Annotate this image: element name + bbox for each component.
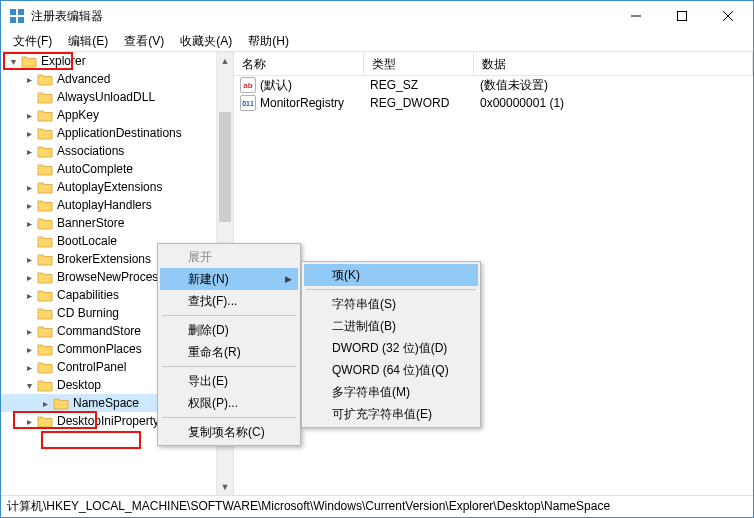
folder-icon <box>53 396 69 410</box>
list-row[interactable]: 011MonitorRegistryREG_DWORD0x00000001 (1… <box>234 94 753 112</box>
ctx-new[interactable]: 新建(N)▶ <box>160 268 298 290</box>
expand-toggle-icon[interactable]: ▾ <box>23 380 35 391</box>
list-header: 名称 类型 数据 <box>234 52 753 76</box>
menubar: 文件(F) 编辑(E) 查看(V) 收藏夹(A) 帮助(H) <box>1 31 753 51</box>
expand-toggle-icon[interactable]: ▸ <box>23 344 35 355</box>
expand-toggle-icon[interactable] <box>23 92 35 103</box>
tree-item[interactable]: ▾Explorer <box>1 52 233 70</box>
tree-item-label: AutoplayExtensions <box>57 180 162 194</box>
close-button[interactable] <box>705 1 751 31</box>
tree-item-label: Capabilities <box>57 288 119 302</box>
tree-item-label: BrowseNewProcess <box>57 270 164 284</box>
minimize-button[interactable] <box>613 1 659 31</box>
tree-item-label: Desktop <box>57 378 101 392</box>
tree-item[interactable]: ▸AutoplayHandlers <box>1 196 233 214</box>
menu-favorites[interactable]: 收藏夹(A) <box>172 31 240 52</box>
expand-toggle-icon[interactable]: ▸ <box>23 362 35 373</box>
ctx-find[interactable]: 查找(F)... <box>160 290 298 312</box>
ctx-expand[interactable]: 展开 <box>160 246 298 268</box>
svg-rect-5 <box>678 12 687 21</box>
svg-rect-1 <box>18 9 24 15</box>
highlight-namespace <box>41 431 141 449</box>
value-name: MonitorRegistry <box>260 96 344 110</box>
expand-toggle-icon[interactable]: ▾ <box>7 56 19 67</box>
ctx-rename[interactable]: 重命名(R) <box>160 341 298 363</box>
ctx-new-string[interactable]: 字符串值(S) <box>304 293 478 315</box>
tree-item-label: Associations <box>57 144 124 158</box>
menu-help[interactable]: 帮助(H) <box>240 31 297 52</box>
expand-toggle-icon[interactable]: ▸ <box>23 200 35 211</box>
expand-toggle-icon[interactable]: ▸ <box>23 326 35 337</box>
folder-icon <box>37 108 53 122</box>
tree-item[interactable]: ▸Advanced <box>1 70 233 88</box>
titlebar: 注册表编辑器 <box>1 1 753 31</box>
expand-toggle-icon[interactable]: ▸ <box>23 146 35 157</box>
folder-icon <box>37 324 53 338</box>
expand-toggle-icon[interactable]: ▸ <box>23 218 35 229</box>
tree-item-label: CommonPlaces <box>57 342 142 356</box>
column-data[interactable]: 数据 <box>474 52 753 75</box>
ctx-new-expandstring[interactable]: 可扩充字符串值(E) <box>304 403 478 425</box>
folder-icon <box>37 180 53 194</box>
column-type[interactable]: 类型 <box>364 52 474 75</box>
ctx-new-dword[interactable]: DWORD (32 位)值(D) <box>304 337 478 359</box>
ctx-new-qword[interactable]: QWORD (64 位)值(Q) <box>304 359 478 381</box>
folder-icon <box>37 216 53 230</box>
separator <box>162 315 296 316</box>
maximize-button[interactable] <box>659 1 705 31</box>
scroll-up-icon[interactable]: ▲ <box>217 52 233 69</box>
tree-item[interactable]: ▸AppKey <box>1 106 233 124</box>
folder-icon <box>37 90 53 104</box>
expand-toggle-icon[interactable]: ▸ <box>23 74 35 85</box>
tree-item[interactable]: ▸BannerStore <box>1 214 233 232</box>
folder-icon <box>21 54 37 68</box>
expand-toggle-icon[interactable] <box>23 236 35 247</box>
statusbar: 计算机\HKEY_LOCAL_MACHINE\SOFTWARE\Microsof… <box>1 495 753 517</box>
expand-toggle-icon[interactable] <box>23 164 35 175</box>
menu-edit[interactable]: 编辑(E) <box>60 31 116 52</box>
svg-rect-2 <box>10 17 16 23</box>
menu-file[interactable]: 文件(F) <box>5 31 60 52</box>
expand-toggle-icon[interactable]: ▸ <box>23 272 35 283</box>
expand-toggle-icon[interactable]: ▸ <box>23 416 35 427</box>
folder-icon <box>37 288 53 302</box>
ctx-new-binary[interactable]: 二进制值(B) <box>304 315 478 337</box>
scroll-thumb[interactable] <box>219 112 231 222</box>
column-name[interactable]: 名称 <box>234 52 364 75</box>
tree-item-label: AlwaysUnloadDLL <box>57 90 155 104</box>
expand-toggle-icon[interactable]: ▸ <box>23 254 35 265</box>
folder-icon <box>37 144 53 158</box>
tree-item-label: CommandStore <box>57 324 141 338</box>
tree-item[interactable]: AutoComplete <box>1 160 233 178</box>
value-type: REG_DWORD <box>370 96 480 110</box>
expand-toggle-icon[interactable]: ▸ <box>23 182 35 193</box>
ctx-permissions[interactable]: 权限(P)... <box>160 392 298 414</box>
tree-item[interactable]: ▸AutoplayExtensions <box>1 178 233 196</box>
expand-toggle-icon[interactable]: ▸ <box>23 110 35 121</box>
tree-item-label: AutoComplete <box>57 162 133 176</box>
folder-icon <box>37 342 53 356</box>
tree-item-label: Explorer <box>41 54 86 68</box>
svg-rect-0 <box>10 9 16 15</box>
status-path: 计算机\HKEY_LOCAL_MACHINE\SOFTWARE\Microsof… <box>7 498 610 515</box>
ctx-new-multistring[interactable]: 多字符串值(M) <box>304 381 478 403</box>
scroll-down-icon[interactable]: ▼ <box>217 478 233 495</box>
window-title: 注册表编辑器 <box>31 8 613 25</box>
expand-toggle-icon[interactable] <box>23 308 35 319</box>
context-menu-primary: 展开 新建(N)▶ 查找(F)... 删除(D) 重命名(R) 导出(E) 权限… <box>157 243 301 446</box>
expand-toggle-icon[interactable]: ▸ <box>23 290 35 301</box>
ctx-copy-key-name[interactable]: 复制项名称(C) <box>160 421 298 443</box>
ctx-delete[interactable]: 删除(D) <box>160 319 298 341</box>
menu-view[interactable]: 查看(V) <box>116 31 172 52</box>
tree-item[interactable]: ▸ApplicationDestinations <box>1 124 233 142</box>
ctx-export[interactable]: 导出(E) <box>160 370 298 392</box>
expand-toggle-icon[interactable]: ▸ <box>39 398 51 409</box>
folder-icon <box>37 72 53 86</box>
list-row[interactable]: ab(默认)REG_SZ(数值未设置) <box>234 76 753 94</box>
tree-item[interactable]: AlwaysUnloadDLL <box>1 88 233 106</box>
context-menu-new-submenu: 项(K) 字符串值(S) 二进制值(B) DWORD (32 位)值(D) QW… <box>301 261 481 428</box>
expand-toggle-icon[interactable]: ▸ <box>23 128 35 139</box>
tree-item-label: ControlPanel <box>57 360 126 374</box>
ctx-new-key[interactable]: 项(K) <box>304 264 478 286</box>
tree-item[interactable]: ▸Associations <box>1 142 233 160</box>
